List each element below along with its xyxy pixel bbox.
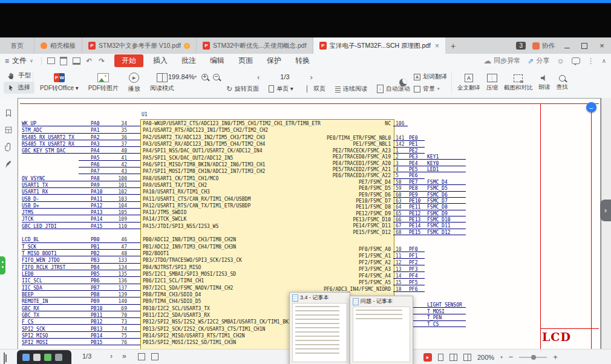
screenshot-compare-button[interactable]: 截图和对比 bbox=[502, 69, 535, 97]
ai-assistant-button[interactable] bbox=[586, 102, 596, 112]
notification-badge[interactable]: 3 bbox=[516, 42, 526, 50]
play-button[interactable]: ▶播放 bbox=[123, 69, 145, 97]
next-page-button[interactable]: › bbox=[308, 73, 315, 82]
tab-home[interactable]: 首页 bbox=[0, 37, 34, 54]
print-button[interactable] bbox=[72, 57, 81, 65]
full-translate-button[interactable]: A全文翻译 bbox=[455, 69, 483, 97]
fit-page-button[interactable] bbox=[4, 353, 5, 364]
feedback-button[interactable]: ☺ bbox=[557, 57, 564, 65]
attachment-icon[interactable] bbox=[4, 143, 13, 151]
zoom-slider[interactable] bbox=[519, 357, 547, 358]
dock-icon[interactable] bbox=[44, 354, 51, 361]
dock-icon[interactable] bbox=[33, 354, 41, 361]
dock-icon[interactable] bbox=[22, 354, 30, 361]
share-button[interactable]: ⇗ 分享 bbox=[528, 56, 549, 65]
page-indicator[interactable]: 1/3 bbox=[280, 73, 289, 80]
maximize-button[interactable] bbox=[579, 41, 590, 51]
file-menu[interactable]: ≡ 文件 ∨ bbox=[0, 56, 38, 66]
zoom-out-button[interactable]: − bbox=[509, 353, 514, 362]
last-page-button[interactable]: » bbox=[122, 352, 126, 360]
sync-status[interactable]: ☁ 同步异常 bbox=[483, 56, 520, 65]
menu-tab-page[interactable]: 页面 bbox=[234, 54, 257, 67]
schematic-pin-function: PA9/USART1_TX/TIM1_CH2 bbox=[143, 183, 207, 188]
schematic-pin-function: PB4/NJTRST/SPI3_MISO bbox=[143, 265, 201, 270]
notepad-window-2[interactable]: 问题 - 记事本 bbox=[350, 296, 413, 364]
menu-tab-comment[interactable]: 批注 bbox=[177, 54, 200, 67]
thumbnails-icon[interactable] bbox=[4, 126, 13, 134]
schematic-pin-number: 5 bbox=[396, 173, 399, 178]
zoom-level[interactable]: 200% bbox=[477, 354, 494, 361]
previous-page-button[interactable]: ‹ bbox=[255, 73, 262, 82]
menu-tab-home[interactable]: 开始 bbox=[114, 54, 143, 67]
redo-button[interactable]: ↷ bbox=[97, 57, 106, 65]
signature-icon[interactable] bbox=[4, 160, 13, 168]
collapse-ribbon-button[interactable]: ∧ bbox=[602, 57, 606, 64]
single-page-button[interactable]: 单页 ▾ bbox=[265, 85, 297, 93]
view-options-button[interactable] bbox=[151, 353, 158, 360]
schematic-pin-number: 36 bbox=[111, 135, 127, 140]
schematic-pin-name: PB1 bbox=[91, 244, 99, 250]
menu-tab-convert[interactable]: 转换 bbox=[291, 54, 314, 67]
pdf-to-image-button[interactable]: PDF转图片 bbox=[83, 69, 123, 97]
more-menu-button[interactable]: ⋮ bbox=[587, 57, 595, 65]
menu-tab-edit[interactable]: 编辑 bbox=[206, 54, 229, 67]
tab-docer[interactable]: 稻壳模板 bbox=[34, 37, 82, 54]
read-aloud-button[interactable]: 朗读 bbox=[537, 69, 553, 97]
double-page-view-button[interactable] bbox=[449, 354, 457, 361]
schematic-wire bbox=[79, 174, 140, 174]
zoom-in-button[interactable]: + bbox=[201, 74, 208, 80]
schematic-pin-number: 1 bbox=[396, 148, 399, 154]
schematic-pin-name: PB5 bbox=[91, 271, 99, 277]
single-page-view-button[interactable] bbox=[438, 354, 443, 361]
tab-manual[interactable]: PSTM32中文参考手册 V10.pdf↑ bbox=[82, 37, 197, 54]
tab-concepts[interactable]: PSTM32中断优先...关使用概念.pdf bbox=[197, 37, 313, 54]
floating-widget[interactable] bbox=[0, 256, 5, 275]
schematic-pin-function: PE0/TIM4_ETR/FSMC_NBL0 bbox=[236, 135, 391, 141]
zoom-slider-knob[interactable] bbox=[531, 355, 536, 360]
minimize-button[interactable] bbox=[561, 41, 572, 51]
notepad-window-1[interactable]: 3.4 - 记事本 bbox=[289, 292, 350, 364]
expand-panel-button[interactable]: › bbox=[600, 200, 611, 221]
close-button[interactable]: × bbox=[596, 41, 607, 51]
zoom-in-button[interactable]: + bbox=[553, 353, 558, 362]
double-page-button[interactable]: 双页 bbox=[299, 85, 329, 93]
window-title-bar[interactable]: 问题 - 记事本 bbox=[350, 296, 413, 306]
schematic-net-label: SPI2_MISO bbox=[22, 333, 48, 339]
new-tab-button[interactable]: + bbox=[445, 37, 461, 54]
thumbnail-toggle-button[interactable] bbox=[138, 353, 145, 360]
select-tool-button[interactable]: 选择 bbox=[4, 82, 34, 94]
comment-button[interactable] bbox=[572, 57, 580, 64]
compress-button[interactable]: 压缩 bbox=[484, 69, 500, 97]
schematic-net-label: FSMC_D7 bbox=[427, 198, 448, 204]
rotate-page-button[interactable]: ↻ 旋转页面 bbox=[223, 85, 263, 93]
schematic-net-label: FSMC_D5 bbox=[427, 186, 448, 191]
zoom-out-button[interactable]: − bbox=[213, 74, 220, 80]
background-button[interactable]: 背景 ▾ bbox=[414, 83, 447, 95]
word-translate-button[interactable]: A 划词翻译 bbox=[414, 71, 447, 83]
open-button[interactable] bbox=[47, 57, 56, 65]
tab-schematic[interactable]: P宝洋电子-STM32F...SCH 原理图.pdf× bbox=[313, 37, 445, 54]
save-button[interactable] bbox=[59, 57, 68, 65]
next-page-button[interactable]: › bbox=[110, 352, 113, 360]
find-button[interactable]: 查找 bbox=[554, 69, 570, 97]
zoom-level-dropdown[interactable]: 199.84% bbox=[168, 73, 194, 80]
tab-close-icon[interactable]: × bbox=[435, 42, 439, 50]
floating-toolbar-dock[interactable] bbox=[17, 350, 71, 364]
continuous-read-button[interactable]: 连续阅读 bbox=[332, 85, 371, 93]
auto-scroll-button[interactable]: ↓自动滚动 bbox=[373, 85, 414, 93]
ribbon-tabs: 开始插入批注编辑页面保护转换 bbox=[114, 54, 314, 67]
hand-tool-button[interactable]: 手型 bbox=[4, 70, 34, 82]
undo-button[interactable]: ↶ bbox=[85, 57, 94, 65]
pdf-to-office-button[interactable]: PWPDF转Office ▾ bbox=[35, 69, 83, 97]
dock-icon[interactable] bbox=[55, 354, 62, 361]
night-mode-button[interactable] bbox=[399, 79, 407, 86]
collab-button[interactable]: 协作 bbox=[532, 42, 555, 50]
menu-tab-insert[interactable]: 插入 bbox=[149, 54, 172, 67]
bookmark-icon[interactable] bbox=[4, 109, 13, 117]
schematic-net-label: LCD_BL bbox=[22, 237, 39, 242]
sync-status-label: 同步异常 bbox=[494, 56, 520, 65]
menu-tab-protect[interactable]: 保护 bbox=[263, 54, 286, 67]
play-presentation-button[interactable]: ▶ bbox=[423, 353, 432, 362]
book-view-button[interactable] bbox=[463, 354, 471, 361]
window-title-bar[interactable]: 3.4 - 记事本 bbox=[290, 293, 350, 302]
